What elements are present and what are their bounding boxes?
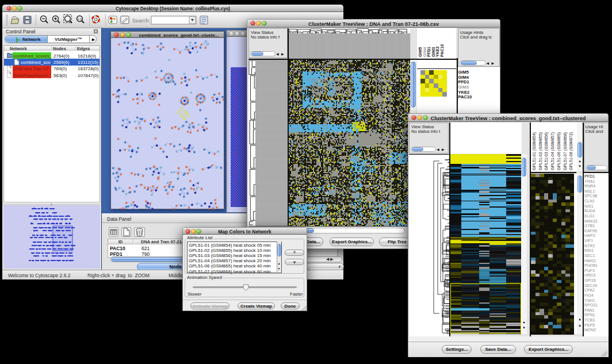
svg-text:PFD1: PFD1 xyxy=(427,47,431,57)
svg-text:GPL51-07 (GSM868): GPL51-07 (GSM868) xyxy=(563,132,567,170)
svg-text:GPL51-01 (GSM854): GPL51-01 (GSM854) xyxy=(532,132,537,170)
svg-text:GIM4: GIM4 xyxy=(423,47,427,57)
svg-text:GPL51-03 (GSM856): GPL51-03 (GSM856) xyxy=(544,132,549,170)
svg-text:GIM3: GIM3 xyxy=(431,47,435,57)
svg-text:YKE2: YKE2 xyxy=(435,47,439,57)
svg-text:GPL51-04 (GSM857): GPL51-04 (GSM857) xyxy=(550,132,555,170)
svg-text:GPL51-02 (GSM855): GPL51-02 (GSM855) xyxy=(538,132,542,170)
svg-text:GPL51-06 (GSM865): GPL51-06 (GSM865) xyxy=(556,132,561,170)
svg-text:PAC10: PAC10 xyxy=(440,44,444,57)
svg-text:GPL51-08 (GSM872): GPL51-08 (GSM872) xyxy=(569,132,573,170)
svg-text:Search:: Search: xyxy=(132,18,150,24)
svg-text:GIM5: GIM5 xyxy=(418,47,422,57)
svg-text:1:1: 1:1 xyxy=(78,17,82,21)
